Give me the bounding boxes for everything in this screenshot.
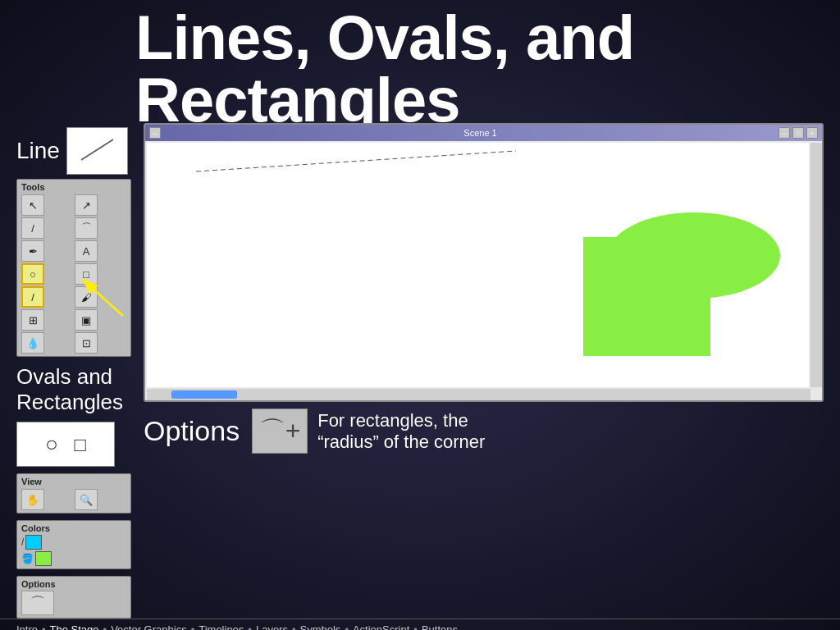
rect-shape-icon: □ [75, 433, 87, 456]
main-title: Lines, Ovals, and Rectangles [135, 7, 634, 131]
canvas-scrollbar-vertical[interactable] [810, 143, 822, 387]
canvas-body [147, 143, 809, 387]
canvas-minimize-btn[interactable]: — [778, 127, 790, 139]
canvas-rect-shape [583, 237, 710, 356]
options-sidebar-title: Options [21, 579, 126, 589]
line-tool[interactable]: / [21, 217, 44, 239]
line-label: Line [16, 138, 60, 164]
corner-radius-preview-box: ⌒+ [252, 409, 308, 454]
subselect-tool[interactable]: ↗ [75, 194, 98, 216]
canvas-window: — Scene 1 — □ × [144, 123, 824, 402]
nav-sep-7: • [413, 623, 418, 630]
brush-tool[interactable]: 🖌 [75, 286, 98, 308]
zoom-tool[interactable]: 🔍 [75, 489, 98, 510]
hand-tool[interactable]: ✋ [21, 489, 44, 510]
options-heading: Options [144, 415, 240, 447]
nav-sep-6: • [345, 623, 349, 630]
nav-sep-2: • [103, 623, 107, 630]
canvas-close-btn[interactable]: × [806, 127, 818, 139]
pencil-tool[interactable]: / [21, 286, 44, 308]
nav-footer: Intro • The Stage • Vector Graphics • Ti… [0, 619, 840, 630]
lasso-tool[interactable]: ⌒ [75, 217, 98, 239]
ovals-heading: Ovals and Rectangles [16, 364, 131, 415]
nav-item-buttons[interactable]: Buttons [422, 623, 458, 630]
stroke-color-swatch[interactable] [25, 535, 42, 550]
eyedrop-tool[interactable]: 💧 [21, 332, 44, 354]
nav-item-intro[interactable]: Intro [16, 623, 38, 630]
nav-sep-4: • [248, 623, 252, 630]
oval-tool[interactable]: ○ [21, 263, 44, 285]
fill-bucket-icon: 🪣 [21, 553, 34, 564]
options-section: Options ⌒+ For rectangles, the “radius” … [144, 409, 824, 458]
tools-title: Tools [21, 182, 126, 192]
nav-item-layers[interactable]: Layers [256, 623, 288, 630]
options-description: For rectangles, the “radius” of the corn… [317, 410, 485, 453]
oval-shape-icon: ○ [45, 431, 58, 457]
eraser-tool[interactable]: ⊡ [75, 332, 98, 354]
options-sidebar-panel: Options ⌒ [16, 576, 131, 619]
transform-tool[interactable]: ⊞ [21, 309, 44, 331]
nav-item-symbols[interactable]: Symbols [300, 623, 341, 630]
shape-icons-box: ○ □ [16, 422, 115, 467]
colors-panel: Colors / 🪣 [16, 520, 131, 569]
tools-panel: Tools ↖ ↗ / ⌒ ✒ A ○ □ / 🖌 ⊞ ▣ 💧 ⊡ [16, 179, 131, 357]
canvas-btn-1[interactable]: — [149, 127, 161, 139]
nav-item-stage[interactable]: The Stage [50, 623, 99, 630]
canvas-controls: — □ × [778, 127, 818, 139]
canvas-maximize-btn[interactable]: □ [792, 127, 804, 139]
corner-radius-icon[interactable]: ⌒ [21, 591, 54, 615]
rect-tool[interactable]: □ [75, 263, 98, 285]
canvas-titlebar: — Scene 1 — □ × [145, 125, 822, 141]
scrollbar-thumb[interactable] [171, 390, 237, 399]
fill-tool[interactable]: ▣ [75, 309, 98, 331]
svg-line-0 [81, 139, 113, 160]
canvas-titlebar-label: Scene 1 [463, 128, 496, 138]
canvas-title-left: — [149, 127, 182, 139]
line-preview-svg [75, 135, 120, 167]
view-panel: View ✋ 🔍 [16, 473, 131, 514]
svg-line-1 [196, 151, 516, 171]
nav-sep-5: • [292, 623, 296, 630]
nav-item-vector[interactable]: Vector Graphics [111, 623, 187, 630]
nav-sep-1: • [42, 623, 46, 630]
nav-item-timelines[interactable]: Timelines [199, 623, 244, 630]
stroke-pencil-icon: / [21, 536, 24, 548]
text-tool[interactable]: A [75, 240, 98, 262]
arrow-tool[interactable]: ↖ [21, 194, 44, 216]
canvas-scrollbar-horizontal[interactable] [147, 389, 810, 400]
view-title: View [21, 477, 126, 486]
options-detail: ⌒+ For rectangles, the “radius” of the c… [252, 409, 485, 454]
nav-item-actionscript[interactable]: ActionScript [353, 623, 409, 630]
fill-color-swatch[interactable] [35, 551, 52, 566]
pen-tool[interactable]: ✒ [21, 240, 44, 262]
line-preview-box [66, 127, 128, 175]
colors-title: Colors [21, 523, 126, 533]
nav-sep-3: • [191, 623, 195, 630]
